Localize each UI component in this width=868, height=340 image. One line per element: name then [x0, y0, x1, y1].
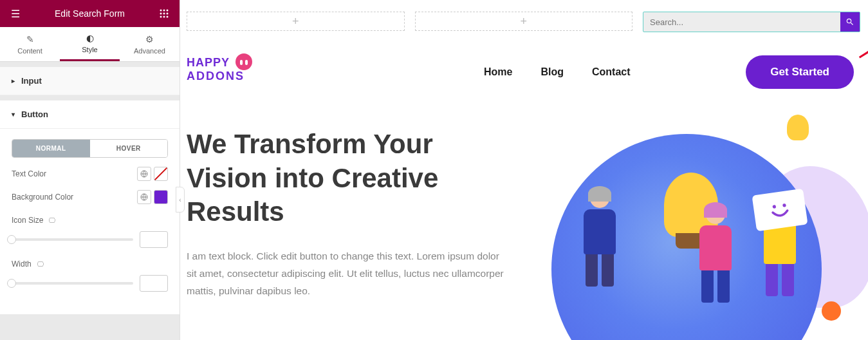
tab-style[interactable]: ◐ Style	[60, 27, 120, 61]
hero-section: We Transform Your Vision into Creative R…	[187, 128, 860, 327]
subtab-hover[interactable]: HOVER	[90, 140, 168, 157]
svg-point-5	[167, 13, 169, 15]
panel-title: Edit Search Form	[23, 8, 156, 19]
desktop-icon[interactable]: 🖵	[37, 260, 44, 268]
tab-content[interactable]: ✎ Content	[0, 27, 60, 61]
collapse-panel-handle[interactable]: ‹	[176, 187, 185, 212]
search-input[interactable]	[643, 12, 840, 32]
nav-link-home[interactable]: Home	[484, 66, 512, 78]
logo-face-icon	[235, 53, 252, 70]
bg-color-swatch[interactable]	[154, 190, 168, 204]
slider-thumb[interactable]	[7, 235, 16, 244]
svg-point-1	[163, 10, 165, 12]
search-icon	[845, 17, 854, 26]
panel-header: ☰ Edit Search Form	[0, 0, 180, 27]
text-color-swatch[interactable]	[154, 167, 168, 181]
tab-label: Advanced	[134, 47, 165, 55]
width-label: Width	[12, 260, 32, 269]
gear-icon: ⚙	[145, 34, 154, 44]
svg-point-2	[167, 10, 169, 12]
hero-illustration	[526, 128, 860, 327]
global-color-icon[interactable]	[137, 167, 151, 181]
nav-links: Home Blog Contact	[484, 66, 631, 78]
icon-size-slider[interactable]	[12, 238, 133, 241]
icon-size-control: Icon Size 🖵	[0, 204, 180, 248]
tab-label: Content	[17, 47, 42, 55]
svg-point-7	[163, 16, 165, 18]
svg-point-8	[167, 16, 169, 18]
bg-color-row: Background Color	[0, 181, 180, 204]
menu-icon[interactable]: ☰	[8, 8, 23, 20]
hero-title: We Transform Your Vision into Creative R…	[187, 128, 506, 229]
panel-tabs: ✎ Content ◐ Style ⚙ Advanced	[0, 27, 180, 62]
caret-right-icon: ▸	[12, 77, 15, 84]
hero-body: I am text block. Click edit button to ch…	[187, 247, 506, 299]
svg-point-4	[163, 13, 165, 15]
section-input[interactable]: ▸ Input	[0, 67, 180, 95]
drop-zone[interactable]: +	[187, 12, 405, 31]
preview-canvas: + + HAPPY ADDONS Home Blog Contact Get S…	[180, 0, 868, 340]
svg-point-6	[160, 16, 162, 18]
search-form-widget[interactable]	[643, 12, 860, 32]
width-control: Width 🖵	[0, 248, 180, 292]
svg-point-0	[160, 10, 162, 12]
desktop-icon[interactable]: 🖵	[48, 216, 55, 224]
icon-size-input[interactable]	[140, 231, 168, 248]
logo[interactable]: HAPPY ADDONS	[187, 56, 248, 88]
slider-thumb[interactable]	[7, 279, 16, 288]
section-button[interactable]: ▾ Button	[0, 100, 180, 129]
nav-link-contact[interactable]: Contact	[592, 66, 631, 78]
contrast-icon: ◐	[86, 33, 94, 43]
search-submit-button[interactable]	[840, 12, 860, 32]
logo-text-bottom: ADDONS	[187, 70, 248, 83]
nav-link-blog[interactable]: Blog	[540, 66, 564, 78]
svg-point-3	[160, 13, 162, 15]
global-color-icon[interactable]	[137, 190, 151, 204]
tab-advanced[interactable]: ⚙ Advanced	[120, 27, 180, 61]
section-label: Input	[21, 76, 42, 86]
text-color-row: Text Color	[0, 158, 180, 181]
icon-size-label: Icon Size	[12, 216, 43, 225]
width-slider[interactable]	[12, 282, 133, 285]
state-subtabs: NORMAL HOVER	[12, 139, 168, 158]
text-color-label: Text Color	[12, 169, 46, 178]
section-label: Button	[21, 109, 48, 119]
pencil-icon: ✎	[26, 34, 34, 44]
svg-point-12	[782, 203, 786, 207]
get-started-button[interactable]: Get Started	[746, 55, 854, 89]
svg-point-11	[772, 205, 776, 209]
apps-icon[interactable]	[156, 9, 172, 18]
caret-down-icon: ▾	[12, 111, 15, 118]
subtab-normal[interactable]: NORMAL	[12, 140, 90, 157]
bg-color-label: Background Color	[12, 193, 73, 202]
editor-panel: ☰ Edit Search Form ✎ Content ◐ Style ⚙ A…	[0, 0, 180, 340]
width-input[interactable]	[140, 275, 168, 292]
tab-label: Style	[82, 46, 97, 53]
drop-zone[interactable]: +	[415, 12, 633, 31]
site-navbar: HAPPY ADDONS Home Blog Contact Get Start…	[187, 55, 860, 89]
